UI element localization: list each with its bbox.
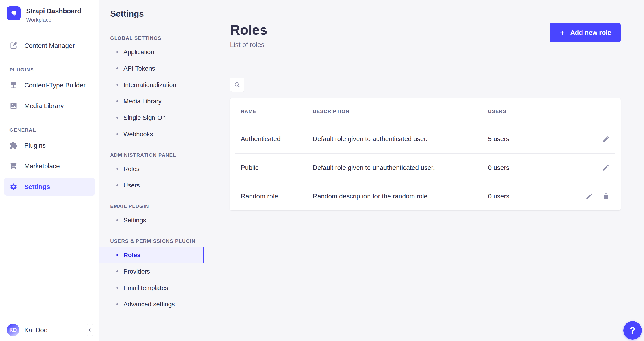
roles-table-inner: NAME DESCRIPTION USERS Authenticated Def… (235, 98, 615, 210)
delete-role-button[interactable] (602, 192, 610, 200)
plus-icon (559, 30, 566, 36)
subnav-item-label: Users (124, 182, 140, 189)
subnav-item-label: Webhooks (124, 130, 153, 138)
gear-icon (10, 183, 18, 191)
sidebar-item-plugins[interactable]: Plugins (4, 137, 95, 154)
workspace-name: Workplace (26, 17, 81, 23)
subnav-item-label: Email templates (124, 284, 168, 292)
table-header-row: NAME DESCRIPTION USERS (235, 98, 615, 125)
sidebar-item-label: Settings (24, 183, 50, 190)
subnav-item-application[interactable]: Application (99, 44, 204, 60)
subnav-item-internationalization[interactable]: Internationalization (99, 77, 204, 93)
table-row[interactable]: Public Default role given to unauthentic… (235, 153, 615, 182)
strapi-dashboard: Strapi Dashboard Workplace Content Manag… (0, 0, 644, 341)
subnav-item-label: Internationalization (124, 81, 176, 88)
strapi-logo-icon (7, 6, 21, 20)
subnav-item-email-templates[interactable]: Email templates (99, 280, 204, 296)
pen-icon (10, 42, 18, 50)
row-actions (580, 164, 610, 172)
user-name: Kai Doe (24, 326, 48, 334)
role-name: Authenticated (241, 135, 313, 143)
edit-role-button[interactable] (602, 135, 610, 143)
sidebar-item-label: Media Library (24, 102, 64, 110)
column-header-description: DESCRIPTION (313, 108, 488, 114)
subnav-item-api-tokens[interactable]: API Tokens (99, 60, 204, 77)
subnav-item-up-roles[interactable]: Roles (99, 247, 204, 263)
sub-sidebar-title: Settings (110, 9, 204, 19)
add-new-role-label: Add new role (570, 29, 611, 36)
role-description: Random description for the random role (313, 193, 488, 200)
section-email-plugin: EMAIL PLUGIN Settings (99, 204, 204, 228)
subnav-item-label: Roles (124, 166, 140, 173)
search-icon (234, 81, 240, 88)
role-description: Default role given to authenticated user… (313, 135, 488, 143)
brand-text: Strapi Dashboard Workplace (26, 6, 81, 23)
subnav-item-label: Media Library (124, 98, 162, 105)
role-users-count: 0 users (488, 193, 580, 200)
page-header: Roles List of roles Add new role (230, 0, 620, 50)
section-label: GLOBAL SETTINGS (110, 35, 204, 41)
subnav-item-label: Roles (124, 252, 140, 259)
column-header-name: NAME (241, 108, 313, 114)
sidebar-item-label: Content-Type Builder (24, 82, 86, 89)
page-title-block: Roles List of roles (230, 22, 267, 50)
subnav-item-admin-users[interactable]: Users (99, 177, 204, 194)
settings-sub-sidebar: Settings GLOBAL SETTINGS Application API… (99, 0, 204, 341)
edit-role-button[interactable] (602, 164, 610, 172)
subnav-item-label: Advanced settings (124, 301, 175, 308)
collapse-sidebar-button[interactable] (86, 324, 94, 336)
subnav-item-label: API Tokens (124, 65, 155, 72)
puzzle-icon (10, 142, 18, 150)
subnav-item-single-sign-on[interactable]: Single Sign-On (99, 110, 204, 126)
pencil-icon (602, 135, 610, 143)
role-description: Default role given to unauthenticated us… (313, 164, 488, 172)
sidebar-item-marketplace[interactable]: Marketplace (4, 157, 95, 175)
role-name: Random role (241, 193, 313, 200)
roles-table: NAME DESCRIPTION USERS Authenticated Def… (230, 98, 620, 210)
sidebar-section-plugins: PLUGINS (10, 67, 95, 73)
question-mark-icon: ? (630, 325, 636, 336)
add-new-role-button[interactable]: Add new role (550, 23, 620, 42)
subnav-item-admin-roles[interactable]: Roles (99, 161, 204, 177)
sidebar-item-label: Plugins (24, 142, 46, 149)
subnav-item-email-settings[interactable]: Settings (99, 212, 204, 228)
role-name: Public (241, 164, 313, 172)
table-row[interactable]: Random role Random description for the r… (235, 182, 615, 210)
divider (110, 25, 121, 26)
main-nav: Content Manager PLUGINS Content-Type Bui… (0, 31, 99, 196)
trash-icon (602, 192, 610, 200)
pencil-icon (602, 164, 610, 172)
sidebar-item-content-type-builder[interactable]: Content-Type Builder (4, 76, 95, 94)
subnav-item-providers[interactable]: Providers (99, 263, 204, 280)
section-label: ADMINISTRATION PANEL (110, 152, 204, 158)
section-label: USERS & PERMISSIONS PLUGIN (110, 238, 204, 244)
row-actions (580, 135, 610, 143)
table-row[interactable]: Authenticated Default role given to auth… (235, 125, 615, 153)
subnav-item-label: Settings (124, 217, 146, 224)
section-label: EMAIL PLUGIN (110, 204, 204, 209)
subnav-item-webhooks[interactable]: Webhooks (99, 126, 204, 142)
section-administration-panel: ADMINISTRATION PANEL Roles Users (99, 152, 204, 194)
subnav-item-advanced-settings[interactable]: Advanced settings (99, 296, 204, 312)
section-global-settings: GLOBAL SETTINGS Application API Tokens I… (99, 35, 204, 142)
subnav-item-label: Single Sign-On (124, 114, 166, 122)
image-icon (10, 102, 18, 110)
edit-role-button[interactable] (586, 192, 593, 200)
search-button[interactable] (230, 78, 244, 92)
main-content: Roles List of roles Add new role NAME DE… (204, 0, 644, 341)
cart-icon (10, 162, 18, 170)
column-header-users: USERS (488, 108, 580, 114)
app-title: Strapi Dashboard (26, 7, 81, 15)
main-sidebar: Strapi Dashboard Workplace Content Manag… (0, 0, 99, 341)
sidebar-item-content-manager[interactable]: Content Manager (4, 37, 95, 54)
sidebar-item-media-library[interactable]: Media Library (4, 97, 95, 115)
role-users-count: 5 users (488, 135, 580, 143)
sidebar-section-general: GENERAL (10, 127, 95, 133)
page-subtitle: List of roles (230, 40, 267, 50)
page-title: Roles (230, 22, 267, 37)
subnav-item-label: Application (124, 48, 154, 56)
help-button[interactable]: ? (623, 321, 642, 340)
sidebar-item-settings[interactable]: Settings (4, 178, 95, 196)
subnav-item-media-library[interactable]: Media Library (99, 93, 204, 110)
user-menu[interactable]: KD Kai Doe (0, 319, 99, 341)
